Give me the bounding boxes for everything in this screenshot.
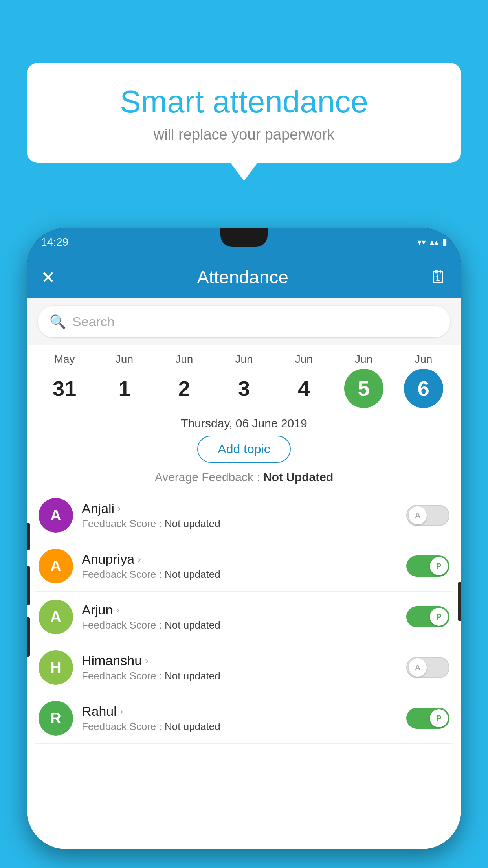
student-info-4: Rahul›Feedback Score : Not updated [82,704,398,733]
cal-date-0: 31 [45,369,84,408]
student-name-text-3: Himanshu [82,653,142,668]
cal-date-6: 6 [404,369,443,408]
speech-bubble: Smart attendance will replace your paper… [27,63,461,163]
cal-date-2: 2 [165,369,204,408]
power-button [458,582,461,621]
student-item-1[interactable]: AAnupriya›Feedback Score : Not updatedP [35,541,453,592]
cal-month-5: Jun [355,353,372,366]
status-bar: 14:29 ▾▾ ▴▴ ▮ [27,228,461,256]
chevron-icon-0: › [117,502,121,515]
cal-month-1: Jun [116,353,133,366]
toggle-knob-1: P [430,557,448,575]
attendance-toggle-4[interactable]: P [406,708,449,729]
status-time: 14:29 [41,236,68,248]
cal-date-5: 5 [344,369,383,408]
bubble-subtitle: will replace your paperwork [50,126,438,143]
calendar-day-5[interactable]: Jun5 [340,353,387,408]
student-avatar-4: R [39,701,73,736]
cal-month-0: May [54,353,75,366]
attendance-toggle-1[interactable]: P [406,555,449,577]
student-name-4: Rahul› [82,704,398,719]
calendar-day-3[interactable]: Jun3 [220,353,268,408]
chevron-icon-4: › [120,705,123,717]
calendar-day-2[interactable]: Jun2 [161,353,208,408]
calendar-day-0[interactable]: May31 [41,353,88,408]
attendance-toggle-3[interactable]: A [406,657,449,678]
cal-date-3: 3 [224,369,264,408]
phone-frame: 14:29 ▾▾ ▴▴ ▮ ✕ Attendance 🗓 🔍 Search Ma… [27,228,461,849]
student-info-2: Arjun›Feedback Score : Not updated [82,602,398,631]
toggle-knob-2: P [430,608,448,626]
student-avatar-1: A [39,549,73,583]
calendar-day-1[interactable]: Jun1 [101,353,148,408]
chevron-icon-2: › [116,604,119,616]
student-item-2[interactable]: AArjun›Feedback Score : Not updatedP [35,592,453,642]
score-value-1: Not updated [165,568,220,580]
search-placeholder-text: Search [72,314,115,329]
student-info-0: Anjali›Feedback Score : Not updated [82,501,398,530]
student-avatar-2: A [39,600,73,634]
score-value-4: Not updated [165,721,220,732]
student-name-0: Anjali› [82,501,398,516]
attendance-toggle-0[interactable]: A [406,505,449,526]
student-score-0: Feedback Score : Not updated [82,518,398,530]
battery-icon: ▮ [442,237,447,247]
calendar-button[interactable]: 🗓 [430,267,447,287]
cal-month-3: Jun [235,353,253,366]
student-name-3: Himanshu› [82,653,398,668]
volume-down-button [27,566,30,605]
student-item-4[interactable]: RRahul›Feedback Score : Not updatedP [35,693,453,744]
calendar-day-6[interactable]: Jun6 [400,353,447,408]
status-icons: ▾▾ ▴▴ ▮ [417,237,447,247]
student-avatar-0: A [39,498,73,533]
student-info-3: Himanshu›Feedback Score : Not updated [82,653,398,682]
student-name-2: Arjun› [82,602,398,618]
search-input[interactable]: 🔍 Search [38,306,450,337]
avg-feedback: Average Feedback : Not Updated [27,471,461,490]
toggle-knob-0: A [409,506,427,524]
student-name-text-0: Anjali [82,501,114,516]
avg-feedback-label: Average Feedback : [155,471,260,484]
toggle-knob-4: P [430,709,448,727]
score-value-0: Not updated [165,518,220,530]
close-button[interactable]: ✕ [41,267,55,287]
cal-month-2: Jun [175,353,193,366]
search-bar-container: 🔍 Search [27,298,461,345]
toggle-knob-3: A [409,658,427,677]
search-icon: 🔍 [50,314,66,329]
student-score-2: Feedback Score : Not updated [82,619,398,631]
bubble-title: Smart attendance [50,85,438,119]
app-title: Attendance [197,267,288,288]
cal-date-4: 4 [284,369,323,408]
wifi-icon: ▾▾ [417,237,426,247]
cal-month-6: Jun [415,353,432,366]
volume-up-button [27,523,30,550]
avg-feedback-value: Not Updated [263,471,333,484]
student-list: AAnjali›Feedback Score : Not updatedAAAn… [27,490,461,744]
student-score-3: Feedback Score : Not updated [82,670,398,682]
cal-month-4: Jun [295,353,313,366]
student-score-4: Feedback Score : Not updated [82,721,398,733]
student-avatar-3: H [39,650,73,685]
add-topic-button[interactable]: Add topic [197,436,290,463]
score-value-3: Not updated [165,670,220,682]
student-score-1: Feedback Score : Not updated [82,568,398,581]
student-name-1: Anupriya› [82,552,398,567]
student-name-text-1: Anupriya [82,552,134,567]
signal-icon: ▴▴ [430,237,438,247]
selected-date-label: Thursday, 06 June 2019 [27,412,461,436]
student-name-text-4: Rahul [82,704,117,719]
calendar-day-4[interactable]: Jun4 [280,353,327,408]
calendar-strip: May31Jun1Jun2Jun3Jun4Jun5Jun6 [27,345,461,412]
student-item-0[interactable]: AAnjali›Feedback Score : Not updatedA [35,490,453,541]
chevron-icon-3: › [145,655,149,667]
phone-screen: 🔍 Search May31Jun1Jun2Jun3Jun4Jun5Jun6 T… [27,298,461,849]
attendance-toggle-2[interactable]: P [406,606,449,627]
notch [220,228,268,247]
student-info-1: Anupriya›Feedback Score : Not updated [82,552,398,581]
score-value-2: Not updated [165,619,220,631]
cal-date-1: 1 [105,369,144,408]
student-item-3[interactable]: HHimanshu›Feedback Score : Not updatedA [35,642,453,693]
silent-button [27,617,30,657]
student-name-text-2: Arjun [82,602,113,618]
